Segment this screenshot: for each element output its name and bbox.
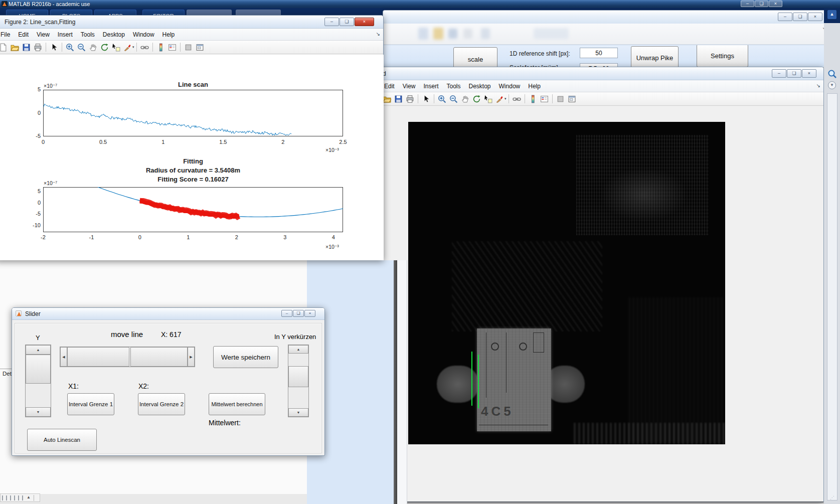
pan-icon[interactable] [461,95,469,103]
menu-item-window[interactable]: Window [129,31,158,38]
datacursor-icon[interactable] [112,43,120,52]
zoom-in-icon[interactable] [438,95,446,103]
link-icon[interactable] [140,43,149,52]
interval-grenze-1-button[interactable]: Interval Grenze 1 [67,393,114,415]
move-line-slider-left-button[interactable]: ◀ [60,347,67,367]
pan-icon[interactable] [89,43,97,52]
move-line-slider-thumb[interactable] [67,347,129,367]
unwrap-pike-button[interactable]: Unwrap Pike [631,46,679,67]
brush-dropdown-icon[interactable]: ▾ [132,45,134,49]
mittelwert-berechnen-button[interactable]: Mittelwert berechnen [209,393,265,415]
y-slider[interactable]: ▲ ▼ [25,345,51,417]
slider-close-button[interactable]: × [304,310,315,317]
figure2-titlebar[interactable]: Figure 2: Line_scan,Fitting ‒ ❏ × [0,16,383,29]
interval-grenze-2-button[interactable]: Interval Grenze 2 [138,393,185,415]
in-y-slider[interactable]: ▲ ▼ [288,345,309,417]
figure2-close-button[interactable]: × [355,18,374,26]
print-icon[interactable] [406,95,414,103]
figure-image-close-button[interactable]: × [802,69,816,78]
brush-icon[interactable] [123,43,132,52]
rotate3d-icon[interactable] [472,95,481,103]
zoom-out-icon[interactable] [77,43,86,52]
figure-image-minimize-button[interactable]: ‒ [772,69,786,78]
figure-image-maximize-button[interactable]: ❏ [787,69,801,78]
search-icon[interactable] [827,69,837,79]
in-y-slider-up-button[interactable]: ▲ [288,345,308,354]
right-scrollbar-track[interactable] [827,93,837,500]
chevron-down-circle-icon[interactable]: ▼ [828,81,836,89]
move-line-slider-thumb2[interactable] [130,347,188,367]
menu-item-desktop[interactable]: Desktop [465,83,495,90]
colorbar-icon[interactable] [529,95,537,103]
legend-icon[interactable] [540,95,549,103]
green-marker-line-1[interactable] [471,352,472,406]
in-y-slider-down-button[interactable]: ▼ [288,408,308,417]
brush-dropdown-icon[interactable]: ▾ [505,97,507,101]
linescan-plot-area[interactable] [43,90,343,136]
scrollbar-arrow-icon[interactable]: ▲ [27,495,31,499]
app-close-button[interactable]: × [769,1,782,7]
menu-item-edit[interactable]: Edit [14,31,33,38]
interferogram-image[interactable]: 4C5 [408,122,725,444]
fitting-plot-area[interactable] [43,187,343,232]
reference-shift-input[interactable]: 50 [580,48,618,58]
legend-icon[interactable] [168,43,177,52]
brush-icon[interactable] [495,95,504,103]
app-maximize-button[interactable]: ❏ [755,1,768,7]
slider-titlebar[interactable]: Slider ‒ ❏ × [12,308,324,320]
green-marker-line-2[interactable] [478,355,479,408]
save-icon[interactable] [394,95,403,103]
dock-arrow-icon[interactable]: ↘ [816,83,820,88]
werte-speichern-button[interactable]: Werte speichern [213,346,278,368]
colorbar-icon[interactable] [156,43,165,52]
cursor-icon[interactable] [422,95,430,103]
y-slider-up-button[interactable]: ▲ [26,345,51,355]
settings-button[interactable]: Settings [697,45,748,67]
menu-item-view[interactable]: View [33,31,54,38]
winview-icon[interactable] [568,95,576,103]
slider-minimize-button[interactable]: ‒ [281,310,292,317]
move-line-slider[interactable]: ◀ ▶ [60,347,195,367]
collapse-panel-arrow-icon[interactable]: ▲ [827,10,836,19]
y-slider-down-button[interactable]: ▼ [26,407,51,417]
y-slider-thumb[interactable] [26,355,51,384]
open-icon[interactable] [11,43,19,52]
new-icon[interactable] [0,43,8,52]
figure-image-titlebar[interactable]: d ‒ ❏ × [379,67,823,80]
figure2-minimize-button[interactable]: ‒ [324,18,339,26]
slider-maximize-button[interactable]: ❏ [293,310,304,317]
menu-item-desktop[interactable]: Desktop [99,31,129,38]
save-icon[interactable] [22,43,31,52]
dock-icon[interactable] [184,43,193,52]
unwrap-gui-titlebar[interactable]: ‒ ❏ × [383,11,829,24]
menu-item-insert[interactable]: Insert [54,31,77,38]
dock-icon[interactable] [556,95,565,103]
rotate3d-icon[interactable] [100,43,109,52]
menu-item-help[interactable]: Help [524,83,545,90]
menu-item-insert[interactable]: Insert [419,83,442,90]
background-scrollbar[interactable] [394,260,397,504]
scale-button[interactable]: scale [453,47,497,67]
zoom-out-icon[interactable] [449,95,458,103]
menu-item-help[interactable]: Help [158,31,179,38]
menu-item-window[interactable]: Window [495,83,525,90]
datacursor-icon[interactable] [484,95,492,103]
menu-item-tools[interactable]: Tools [77,31,99,38]
unwrap-close-button[interactable]: × [808,13,822,21]
app-minimize-button[interactable]: ‒ [741,1,754,7]
open-icon[interactable] [383,95,391,103]
menu-item-view[interactable]: View [399,83,420,90]
link-icon[interactable] [513,95,521,103]
menu-item-tools[interactable]: Tools [443,83,465,90]
figure2-maximize-button[interactable]: ❏ [340,18,354,26]
zoom-in-icon[interactable] [66,43,74,52]
cursor-icon[interactable] [50,43,58,52]
dock-arrow-icon[interactable]: ↘ [376,31,380,37]
unwrap-maximize-button[interactable]: ❏ [793,13,807,21]
move-line-slider-right-button[interactable]: ▶ [188,347,195,367]
unwrap-minimize-button[interactable]: ‒ [778,13,792,21]
auto-linescan-button[interactable]: Auto Linescan [27,429,97,451]
in-y-slider-thumb[interactable] [288,366,308,387]
winview-icon[interactable] [196,43,204,52]
print-icon[interactable] [34,43,42,52]
